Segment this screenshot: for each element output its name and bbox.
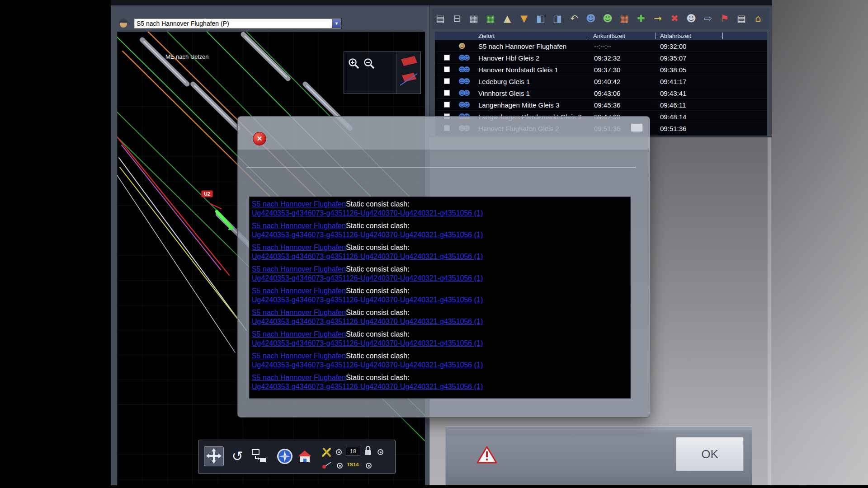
service-selector[interactable]: S5 nach Hannover Flughafen (P) ▼ [134, 18, 342, 29]
clash-label: Static consist clash: [346, 309, 410, 316]
service-link[interactable]: S5 nach Hannover Flughafen [252, 330, 346, 338]
move-down-icon[interactable]: ▼ [518, 11, 530, 26]
driver-icon[interactable]: ☻ [585, 11, 597, 26]
zielort-cell: Vinnhorst Gleis 1 [478, 89, 530, 97]
toggle-knob[interactable] [366, 463, 372, 469]
marker-pin-icon[interactable] [321, 461, 332, 469]
passenger-stop-icon: ☻☻ [458, 89, 468, 97]
dialog-divider [246, 167, 636, 168]
zielort-cell: Hanover Nordstadt Gleis 1 [478, 66, 558, 74]
service-link[interactable]: S5 nach Hannover Flughafen [252, 352, 346, 360]
service-link[interactable]: S5 nach Hannover Flughafen [252, 309, 346, 316]
consist-link[interactable]: Ug4240353-g4346073-g4351126-Ug4240370-Ug… [252, 317, 483, 326]
clash-label: Static consist clash: [346, 374, 410, 381]
timetable-row[interactable]: ☻☻ Vinnhorst Gleis 1 09:43:06 09:43:41 [435, 87, 767, 99]
row-checkbox[interactable] [444, 78, 450, 84]
consist-link[interactable]: Ug4240353-g4346073-g4351126-Ug4240370-Ug… [252, 339, 483, 348]
depot-icon[interactable]: ⌂ [752, 11, 764, 26]
zoom-out-button[interactable] [363, 57, 376, 70]
rotate-mode-button[interactable]: ↺ [227, 446, 247, 466]
consist-link[interactable]: Ug4240353-g4346073-g4351126-Ug4240370-Ug… [252, 361, 483, 370]
remove-service-icon[interactable]: ✖ [668, 11, 681, 26]
reverse-service-icon[interactable]: → [651, 11, 664, 26]
service-link[interactable]: S5 nach Hannover Flughafen [252, 287, 346, 295]
keypad-icon[interactable]: ▤ [735, 11, 748, 26]
error-message: S5 nach Hannover FlughafenStatic consist… [252, 352, 630, 373]
row-checkbox[interactable] [444, 90, 450, 96]
column-divider [588, 33, 588, 39]
zielort-cell: Hanover Hbf Gleis 2 [478, 54, 539, 62]
consist-link[interactable]: Ug4240353-g4346073-g4351126-Ug4240370-Ug… [252, 209, 483, 218]
timetable-row[interactable]: ☻☻ Hanover Nordstadt Gleis 1 09:37:30 09… [435, 64, 767, 75]
consist-link[interactable]: Ug4240353-g4346073-g4351126-Ug4240370-Ug… [252, 382, 483, 391]
save-icon[interactable]: ▤ [434, 11, 447, 26]
home-view-button[interactable] [296, 448, 313, 465]
map-toolbar: ↺ 18 TS14 [198, 440, 396, 474]
consist-link[interactable]: Ug4240353-g4346073-g4351126-Ug4240370-Ug… [252, 230, 483, 239]
error-message: S5 nach Hannover FlughafenStatic consist… [252, 243, 630, 265]
ok-button[interactable]: OK [676, 437, 744, 471]
toggle-knob[interactable] [337, 463, 343, 469]
ankunftszeit-cell: 09:40:42 [594, 78, 620, 85]
assign-driver-icon[interactable]: ☻ [601, 11, 614, 26]
zoom-in-button[interactable] [348, 57, 360, 70]
grid-active-icon[interactable]: ▦ [484, 11, 497, 26]
zielort-cell: Langenhagen Mitte Gleis 3 [478, 101, 559, 109]
jump-view-button[interactable] [249, 446, 269, 466]
dialog-scrollbar-thumb[interactable] [631, 123, 643, 132]
compass-view-button[interactable] [276, 448, 293, 465]
abfahrtszeit-cell: 09:51:36 [660, 125, 686, 132]
layer-label: TS14 [347, 462, 359, 467]
add-service-icon[interactable]: ✚ [635, 11, 647, 26]
driver-avatar-icon [118, 17, 129, 29]
ankunftszeit-cell: 09:43:06 [594, 89, 620, 97]
error-message: S5 nach Hannover FlughafenStatic consist… [252, 265, 630, 286]
row-checkbox[interactable] [444, 55, 450, 61]
alert-panel: OK [445, 426, 752, 485]
timetable-row[interactable]: ☻☻ Langenhagen Mitte Gleis 3 09:45:36 09… [435, 99, 767, 111]
grid-icon[interactable]: ▦ [467, 11, 480, 26]
consist-link[interactable]: Ug4240353-g4346073-g4351126-Ug4240370-Ug… [252, 252, 483, 261]
portal-icon[interactable]: ⇨ [702, 11, 714, 26]
consist-link[interactable]: Ug4240353-g4346073-g4351126-Ug4240370-Ug… [252, 274, 483, 283]
insert-after-icon[interactable]: ◨ [551, 11, 564, 26]
move-up-icon[interactable]: ▲ [501, 11, 514, 26]
insert-before-icon[interactable]: ◧ [534, 11, 547, 26]
consist-link[interactable]: Ug4240353-g4346073-g4351126-Ug4240370-Ug… [252, 296, 483, 305]
consist-icon[interactable]: ▦ [618, 11, 631, 26]
timetable-row[interactable]: ☻☻ Hanover Hbf Gleis 2 09:32:32 09:35:07 [435, 52, 767, 64]
warning-icon [476, 446, 497, 464]
abfahrtszeit-cell: 09:35:07 [660, 54, 686, 62]
service-link[interactable]: S5 nach Hannover Flughafen [252, 222, 346, 230]
column-divider [722, 33, 723, 39]
timetable-header: Zielort Ankunftszeit Abfahrtszeit [435, 32, 767, 40]
timetable-row[interactable]: ☻☻ Ledeburg Gleis 1 09:40:42 09:41:17 [435, 75, 767, 87]
row-checkbox[interactable] [444, 66, 450, 72]
service-link[interactable]: S5 nach Hannover Flughafen [252, 200, 346, 208]
error-message: S5 nach Hannover FlughafenStatic consist… [252, 308, 630, 330]
timetable-row[interactable]: ☻ S5 nach Hannover Flughafen --:--:-- 09… [435, 40, 767, 52]
minimap[interactable] [396, 52, 420, 94]
undo-icon[interactable]: ↶ [568, 11, 580, 26]
top-strip [111, 0, 772, 5]
error-message: S5 nach Hannover FlughafenStatic consist… [252, 200, 630, 221]
row-checkbox[interactable] [444, 102, 450, 108]
toggle-knob[interactable] [336, 449, 342, 455]
tools-icon[interactable] [321, 446, 332, 457]
find-service-icon[interactable]: ☻ [685, 11, 698, 26]
lock-icon[interactable] [364, 445, 372, 456]
service-link[interactable]: S5 nach Hannover Flughafen [252, 244, 346, 251]
error-message: S5 nach Hannover FlughafenStatic consist… [252, 330, 630, 352]
delete-icon[interactable]: ⊟ [451, 11, 463, 26]
train-marker-u2[interactable]: U2 [202, 191, 212, 197]
flag-icon[interactable]: ⚑ [718, 11, 731, 26]
chevron-down-icon[interactable]: ▼ [332, 19, 341, 28]
close-icon[interactable]: ✕ [253, 132, 266, 145]
service-link[interactable]: S5 nach Hannover Flughafen [252, 374, 346, 381]
pan-mode-button[interactable] [204, 446, 224, 466]
clash-label: Static consist clash: [346, 200, 410, 208]
service-link[interactable]: S5 nach Hannover Flughafen [252, 265, 346, 273]
zielort-cell: Ledeburg Gleis 1 [478, 78, 530, 85]
zoom-level-value[interactable]: 18 [346, 447, 360, 456]
toggle-knob[interactable] [377, 449, 383, 455]
